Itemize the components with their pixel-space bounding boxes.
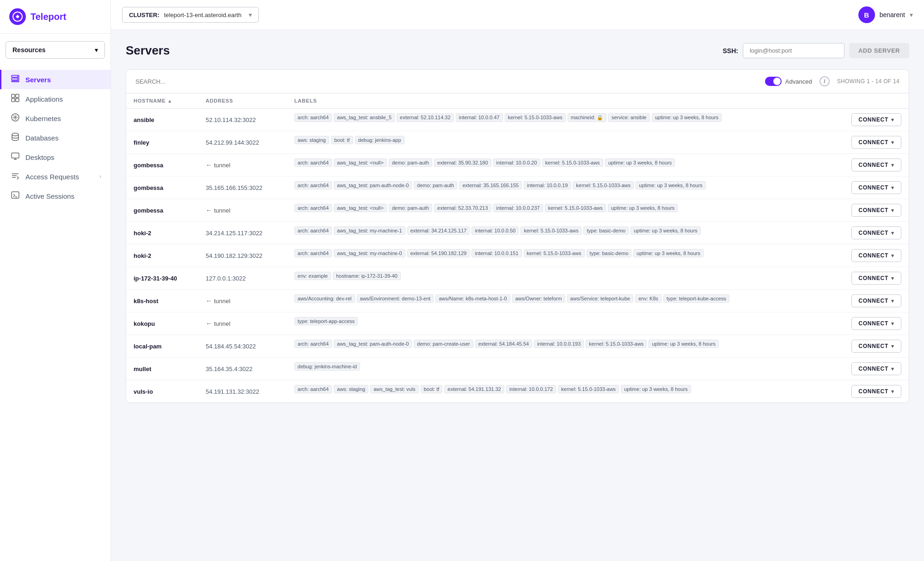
connect-label: CONNECT [858, 388, 888, 395]
hostname-cell: hoki-2 [126, 244, 198, 267]
sidebar-item-desktops[interactable]: Desktops [0, 147, 110, 167]
tag: kernel: 5.15.0-1033-aws [520, 226, 581, 235]
address-cell: 35.165.166.155:3022 [198, 177, 287, 199]
tag: aws_tag_test: my-machine-0 [334, 249, 405, 257]
resources-dropdown[interactable]: Resources ▾ [6, 41, 105, 59]
tag: uptime: up 3 weeks, 8 hours [608, 204, 678, 212]
connect-button[interactable]: CONNECT▾ [851, 181, 901, 194]
table-row: vuls-io54.191.131.32:3022arch: aarch64aw… [126, 380, 909, 403]
tag: internal: 10.0.0.20 [493, 159, 540, 167]
tag: service: ansible [608, 113, 650, 122]
applications-icon [11, 94, 20, 104]
tag: arch: aarch64 [294, 340, 332, 348]
connect-cell: CONNECT▾ [844, 131, 909, 154]
sidebar-item-label-databases: Databases [25, 134, 59, 142]
connect-chevron-icon: ▾ [891, 117, 894, 123]
labels-cell: arch: aarch64aws_tag_test: pam-auth-node… [287, 335, 844, 353]
tag: boot: tf [421, 385, 443, 393]
connect-button[interactable]: CONNECT▾ [851, 317, 901, 330]
connect-cell: CONNECT▾ [844, 267, 909, 290]
hostname-cell: ip-172-31-39-40 [126, 267, 198, 290]
tag: internal: 10.0.0.193 [534, 340, 584, 348]
connect-label: CONNECT [858, 230, 888, 236]
cluster-selector[interactable]: CLUSTER: teleport-13-ent.asteroid.earth … [122, 7, 259, 23]
advanced-toggle[interactable]: Advanced [765, 77, 812, 86]
sort-icon: ▲ [167, 98, 172, 104]
connect-button[interactable]: CONNECT▾ [851, 136, 901, 149]
labels-cell: arch: aarch64aws_tag_test: ansbile_5exte… [287, 109, 844, 127]
sidebar-item-servers[interactable]: Servers [0, 70, 110, 89]
connect-chevron-icon: ▾ [891, 321, 894, 327]
connect-chevron-icon: ▾ [891, 275, 894, 281]
tag: arch: aarch64 [294, 385, 332, 393]
svg-rect-9 [16, 98, 19, 102]
ssh-input[interactable] [743, 43, 844, 58]
user-avatar: B [858, 6, 875, 23]
tag: aws_tag_test: vuls [370, 385, 419, 393]
tunnel-arrow-icon: ← [206, 297, 212, 305]
connect-button[interactable]: CONNECT▾ [851, 385, 901, 398]
access-requests-icon [11, 171, 20, 182]
showing-label: SHOWING 1 - 14 OF 14 [837, 78, 900, 85]
col-hostname[interactable]: HOSTNAME ▲ [126, 93, 198, 109]
svg-point-11 [12, 133, 18, 136]
tag: env: example [294, 272, 331, 280]
labels-cell: arch: aarch64aws_tag_test: my-machine-1e… [287, 222, 844, 239]
sidebar-item-databases[interactable]: Databases [0, 128, 110, 147]
connect-chevron-icon: ▾ [891, 140, 894, 146]
tag: aws_tag_test: my-machine-1 [334, 226, 405, 235]
content-area: Servers SSH: ADD SERVER Advanced i SHOWI… [111, 30, 924, 561]
table-row: k8s-host← tunnelaws/Accounting: dev-rela… [126, 290, 909, 312]
connect-button[interactable]: CONNECT▾ [851, 159, 901, 171]
table-row: kokopu← tunneltype: teleport-app-accessC… [126, 312, 909, 335]
svg-rect-12 [12, 153, 19, 158]
sidebar-item-label-servers: Servers [25, 76, 51, 84]
sidebar-item-label-access-requests: Access Requests [25, 173, 79, 181]
table-row: local-pam54.184.45.54:3022arch: aarch64a… [126, 335, 909, 358]
tag: aws_tag_test: <null> [334, 204, 387, 212]
sidebar-item-kubernetes[interactable]: Kubernetes [0, 109, 110, 128]
connect-button[interactable]: CONNECT▾ [851, 204, 901, 217]
address-cell: ← tunnel [198, 154, 287, 177]
sidebar-item-active-sessions[interactable]: Active Sessions [0, 186, 110, 206]
table-row: mullet35.164.35.4:3022debug: jenkins-mac… [126, 358, 909, 380]
connect-cell: CONNECT▾ [844, 109, 909, 131]
sidebar-item-label-desktops: Desktops [25, 153, 55, 161]
address-cell: ← tunnel [198, 312, 287, 335]
table-row: hoki-234.214.125.117:3022arch: aarch64aw… [126, 222, 909, 244]
svg-rect-3 [12, 81, 19, 82]
info-icon[interactable]: i [820, 76, 830, 86]
user-area[interactable]: B benarent ▾ [858, 6, 913, 23]
labels-cell: arch: aarch64aws: stagingaws_tag_test: v… [287, 380, 844, 398]
connect-chevron-icon: ▾ [891, 343, 894, 349]
search-input[interactable] [135, 78, 758, 85]
connect-button[interactable]: CONNECT▾ [851, 294, 901, 307]
tag: internal: 10.0.0.151 [471, 249, 521, 257]
add-server-button[interactable]: ADD SERVER [849, 43, 909, 58]
svg-rect-16 [12, 192, 19, 198]
tag: kernel: 5.15.0-1033-aws [545, 204, 606, 212]
sidebar-item-applications[interactable]: Applications [0, 89, 110, 109]
connect-button[interactable]: CONNECT▾ [851, 113, 901, 126]
col-address[interactable]: ADDRESS [198, 93, 287, 109]
sidebar-item-access-requests[interactable]: Access Requests › [0, 167, 110, 186]
connect-button[interactable]: CONNECT▾ [851, 272, 901, 285]
tag: type: basic-demo [583, 226, 629, 235]
connect-button[interactable]: CONNECT▾ [851, 249, 901, 262]
advanced-toggle-track[interactable] [765, 77, 782, 86]
advanced-label: Advanced [785, 78, 812, 85]
connect-button[interactable]: CONNECT▾ [851, 340, 901, 353]
connect-button[interactable]: CONNECT▾ [851, 362, 901, 375]
connect-label: CONNECT [858, 252, 888, 259]
tag: boot: tf [331, 136, 353, 144]
connect-chevron-icon: ▾ [891, 298, 894, 304]
tag: aws_tag_test: ansbile_5 [334, 113, 395, 122]
tag: kernel: 5.15.0-1033-aws [586, 340, 647, 348]
hostname-cell: vuls-io [126, 380, 198, 403]
desktops-icon [11, 152, 20, 162]
tag: arch: aarch64 [294, 159, 332, 167]
active-sessions-icon [11, 191, 20, 201]
connect-button[interactable]: CONNECT▾ [851, 226, 901, 239]
labels-cell: env: examplehostname: ip-172-31-39-40 [287, 267, 844, 285]
chevron-right-icon: › [99, 173, 101, 180]
